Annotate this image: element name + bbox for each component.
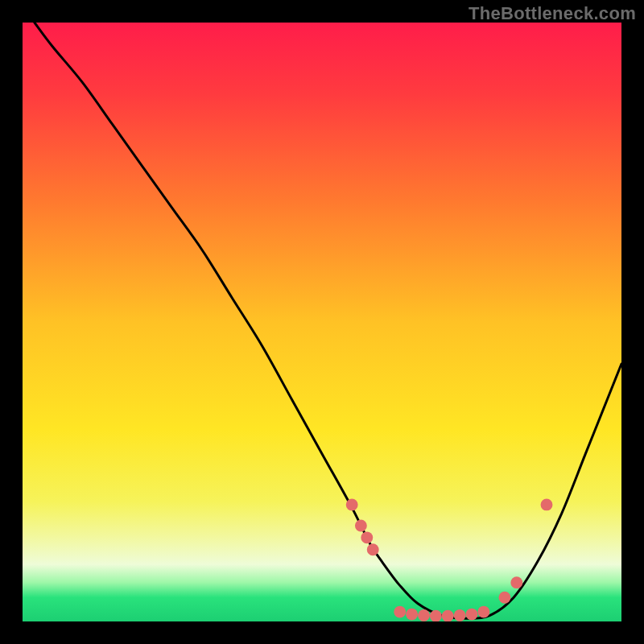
highlight-point bbox=[477, 606, 489, 618]
highlight-point bbox=[498, 592, 510, 604]
watermark-text: TheBottleneck.com bbox=[469, 3, 636, 24]
highlight-point bbox=[394, 606, 406, 618]
highlight-point bbox=[541, 498, 553, 510]
chart-svg bbox=[23, 23, 621, 621]
highlight-point bbox=[454, 609, 466, 621]
chart-background bbox=[23, 23, 621, 621]
highlight-point bbox=[355, 520, 367, 532]
chart-plot-area bbox=[23, 23, 621, 621]
outer-frame: TheBottleneck.com bbox=[0, 0, 644, 644]
highlight-point bbox=[367, 543, 379, 555]
highlight-point bbox=[418, 609, 430, 621]
highlight-point bbox=[346, 498, 358, 510]
highlight-point bbox=[466, 609, 478, 621]
highlight-point bbox=[361, 531, 373, 543]
highlight-point bbox=[406, 609, 418, 621]
highlight-point bbox=[510, 576, 522, 588]
